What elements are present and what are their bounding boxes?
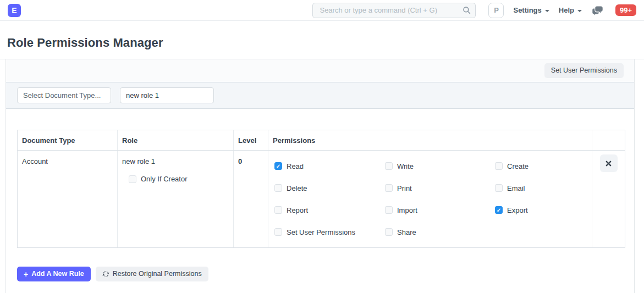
refresh-icon — [102, 270, 109, 278]
navbar-right: P Settings Help 99+ — [488, 3, 636, 18]
navbar: E P Settings Help 99+ — [0, 0, 644, 21]
actions-cell — [592, 151, 625, 247]
add-new-rule-label: Add A New Rule — [31, 270, 84, 278]
footer-actions: + Add A New Rule Restore Original Permis… — [17, 267, 625, 293]
table-row: Account new role 1 Only If Creator 0 ✓Re… — [18, 151, 625, 247]
only-if-creator-checkbox[interactable] — [129, 175, 136, 183]
permission-label: Report — [287, 206, 308, 214]
help-menu[interactable]: Help — [559, 6, 582, 14]
header-actions — [592, 130, 625, 150]
permission-label: Email — [507, 184, 525, 192]
settings-label: Settings — [513, 6, 541, 14]
filter-bar — [6, 82, 634, 109]
permission-export[interactable]: ✓Export — [495, 199, 598, 221]
permission-label: Import — [397, 206, 417, 214]
role-filter-input[interactable] — [120, 87, 214, 103]
card-toolbar: Set User Permissions — [6, 59, 634, 82]
permission-label: Read — [287, 162, 304, 170]
role-cell: new role 1 Only If Creator — [118, 151, 234, 247]
header-permissions: Permissions — [268, 130, 592, 150]
permission-checkbox-write[interactable] — [385, 162, 393, 170]
page-title: Role Permissions Manager — [7, 36, 163, 50]
permission-create[interactable]: Create — [495, 155, 598, 177]
settings-menu[interactable]: Settings — [513, 6, 549, 14]
close-icon — [606, 161, 612, 167]
permission-checkbox-report[interactable] — [274, 206, 282, 214]
permission-report[interactable]: Report — [274, 199, 385, 221]
permission-checkbox-create[interactable] — [495, 162, 503, 170]
global-search — [312, 3, 476, 18]
card-body: Document Type Role Level Permissions Acc… — [6, 109, 634, 293]
restore-permissions-button[interactable]: Restore Original Permissions — [96, 267, 208, 281]
only-if-creator-option[interactable]: Only If Creator — [129, 175, 229, 183]
app-logo[interactable]: E — [8, 4, 21, 17]
permission-label: Share — [397, 228, 416, 236]
doctype-cell: Account — [18, 151, 118, 247]
header-document-type: Document Type — [18, 130, 118, 150]
search-input[interactable] — [312, 3, 476, 18]
chevron-down-icon — [577, 10, 582, 12]
header-role: Role — [118, 130, 234, 150]
permission-label: Print — [397, 184, 412, 192]
permission-email[interactable]: Email — [495, 177, 598, 199]
permission-label: Set User Permissions — [287, 228, 355, 236]
permission-read[interactable]: ✓Read — [274, 155, 385, 177]
document-type-select[interactable] — [17, 87, 111, 103]
permission-label: Write — [397, 162, 414, 170]
permissions-table: Document Type Role Level Permissions Acc… — [17, 130, 625, 248]
permission-set-user-permissions[interactable]: Set User Permissions — [274, 221, 385, 243]
permissions-grid: ✓ReadWriteCreateDeletePrintEmailReportIm… — [268, 151, 592, 247]
permission-checkbox-export[interactable]: ✓ — [495, 206, 503, 214]
user-avatar[interactable]: P — [488, 3, 504, 18]
chat-button[interactable] — [592, 5, 603, 15]
title-bar: Role Permissions Manager — [0, 21, 644, 59]
plus-icon: + — [24, 270, 28, 278]
permission-checkbox-read[interactable]: ✓ — [274, 162, 282, 170]
permission-checkbox-share[interactable] — [385, 228, 393, 236]
permission-label: Create — [507, 162, 529, 170]
permission-label: Export — [507, 206, 528, 214]
permission-checkbox-print[interactable] — [385, 184, 393, 192]
level-cell: 0 — [234, 151, 268, 247]
permission-checkbox-set-user-permissions[interactable] — [274, 228, 282, 236]
permission-print[interactable]: Print — [385, 177, 495, 199]
permission-checkbox-email[interactable] — [495, 184, 503, 192]
chevron-down-icon — [545, 10, 549, 12]
permission-import[interactable]: Import — [385, 199, 495, 221]
restore-permissions-label: Restore Original Permissions — [113, 270, 202, 278]
set-user-permissions-button[interactable]: Set User Permissions — [544, 63, 624, 78]
chat-bubbles-icon — [592, 5, 603, 15]
permission-checkbox-delete[interactable] — [274, 184, 282, 192]
permission-label: Delete — [287, 184, 307, 192]
help-label: Help — [559, 6, 574, 14]
permission-delete[interactable]: Delete — [274, 177, 385, 199]
role-name: new role 1 — [122, 157, 229, 165]
header-level: Level — [234, 130, 268, 150]
delete-rule-button[interactable] — [600, 154, 618, 172]
add-new-rule-button[interactable]: + Add A New Rule — [17, 267, 91, 281]
notifications-badge[interactable]: 99+ — [615, 4, 636, 16]
permissions-card: Set User Permissions Document Type Role … — [5, 59, 635, 293]
only-if-creator-label: Only If Creator — [141, 175, 188, 183]
permission-share[interactable]: Share — [385, 221, 495, 243]
table-header-row: Document Type Role Level Permissions — [18, 130, 625, 151]
permission-checkbox-import[interactable] — [385, 206, 393, 214]
permission-write[interactable]: Write — [385, 155, 495, 177]
